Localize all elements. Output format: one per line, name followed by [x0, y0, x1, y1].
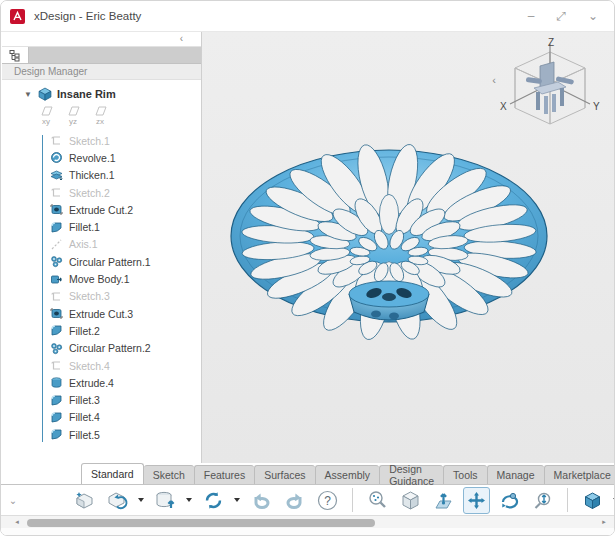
- insert-component-button[interactable]: [104, 487, 131, 514]
- app-window: xDesign - Eric Beatty – ⤢ ⌄ ‹ Design Man…: [0, 0, 615, 536]
- circular-pattern-icon: [50, 341, 64, 355]
- tab-design-guidance[interactable]: Design Guidance: [379, 465, 443, 484]
- view-orientation-icon: [582, 490, 603, 511]
- undo-button[interactable]: [248, 487, 275, 514]
- toolbar-separator: [352, 488, 353, 512]
- tree-item[interactable]: Thicken.1: [2, 167, 201, 184]
- tree-item-label: Move Body.1: [69, 273, 130, 285]
- tree-items: Sketch.1Revolve.1Thicken.1Sketch.2Extrud…: [2, 132, 201, 442]
- tree-item-label: Axis.1: [69, 238, 98, 250]
- panel-header: Design Manager: [2, 64, 201, 80]
- ribbon-tabs: StandardSketchFeaturesSurfacesAssemblyDe…: [1, 463, 614, 484]
- toolbar-overflow-icon[interactable]: ⌄: [3, 495, 23, 506]
- scroll-right-icon[interactable]: ▸: [596, 518, 612, 526]
- save-button[interactable]: [152, 487, 179, 514]
- panel-top-strip: ‹: [2, 32, 201, 47]
- tree-item[interactable]: Fillet.5: [2, 426, 201, 442]
- tree-item[interactable]: Fillet.2: [2, 322, 201, 339]
- normal-to-button[interactable]: [430, 487, 457, 514]
- tree-item[interactable]: Axis.1: [2, 236, 201, 253]
- plane-icon: [66, 105, 81, 117]
- tab-marketplace[interactable]: Marketplace: [544, 465, 615, 484]
- plane-label: yz: [69, 117, 77, 126]
- save-icon: [154, 489, 177, 512]
- new-design-icon: [73, 489, 96, 512]
- tab-manage[interactable]: Manage: [487, 465, 544, 484]
- scroll-left-icon[interactable]: ◂: [9, 518, 25, 526]
- tab-features[interactable]: Features: [194, 465, 254, 484]
- tab-surfaces[interactable]: Surfaces: [254, 465, 314, 484]
- tree-item[interactable]: Sketch.3: [2, 288, 201, 305]
- tree-item[interactable]: Sketch.1: [2, 132, 201, 149]
- dropdown-caret-icon[interactable]: [138, 498, 144, 502]
- bottom-bar: StandardSketchFeaturesSurfacesAssemblyDe…: [1, 463, 614, 536]
- orientation-viewcube[interactable]: Z X Y: [496, 38, 604, 134]
- rotate-button[interactable]: [496, 487, 523, 514]
- circular-pattern-icon: [50, 255, 64, 269]
- zoom-button[interactable]: [529, 487, 556, 514]
- tree-item[interactable]: Extrude.4: [2, 374, 201, 391]
- tree-item[interactable]: Extrude Cut.3: [2, 305, 201, 322]
- tab-tools[interactable]: Tools: [443, 465, 487, 484]
- view-orientation-button[interactable]: [579, 487, 606, 514]
- resize-icon[interactable]: ⤢: [556, 10, 566, 22]
- update-button[interactable]: [200, 487, 227, 514]
- reference-plane-zx[interactable]: zx: [92, 105, 108, 131]
- design-tree-icon: [9, 49, 22, 62]
- tree-root-item[interactable]: ▼ Insane Rim: [2, 84, 201, 104]
- axis-z-label: Z: [548, 38, 554, 48]
- plane-label: xy: [42, 117, 50, 126]
- expand-caret-icon[interactable]: ▼: [24, 90, 38, 99]
- rim-model[interactable]: [224, 144, 560, 344]
- fillet-icon: [50, 428, 64, 442]
- thicken-icon: [50, 168, 64, 182]
- dropdown-caret-icon[interactable]: [186, 498, 192, 502]
- tree-item[interactable]: Fillet.1: [2, 218, 201, 235]
- zoom-fit-icon: [366, 489, 389, 512]
- tree-item-label: Sketch.1: [69, 135, 110, 147]
- reference-plane-yz[interactable]: yz: [65, 105, 81, 131]
- tree-item[interactable]: Circular Pattern.1: [2, 253, 201, 270]
- revolve-icon: [50, 151, 64, 165]
- fillet-icon: [50, 410, 64, 424]
- rollback-line: [42, 135, 43, 442]
- redo-button[interactable]: [281, 487, 308, 514]
- tab-assembly[interactable]: Assembly: [315, 465, 380, 484]
- tree-item[interactable]: Fillet.3: [2, 391, 201, 408]
- tree-item[interactable]: Fillet.4: [2, 409, 201, 426]
- tree-item[interactable]: Sketch.2: [2, 184, 201, 201]
- axis-x-label: X: [500, 101, 507, 112]
- collapse-window-icon[interactable]: ⌄: [588, 10, 598, 22]
- tree-item[interactable]: Revolve.1: [2, 149, 201, 166]
- tab-standard[interactable]: Standard: [81, 463, 144, 484]
- tab-sketch[interactable]: Sketch: [144, 465, 194, 484]
- tree-item[interactable]: Sketch.4: [2, 357, 201, 374]
- scrollbar-thumb[interactable]: [27, 519, 375, 527]
- reference-plane-xy[interactable]: xy: [38, 105, 54, 131]
- horizontal-scrollbar[interactable]: ◂ ▸: [1, 515, 614, 528]
- viewport-3d[interactable]: ‹: [202, 32, 614, 463]
- help-button[interactable]: ?: [314, 487, 341, 514]
- status-strip: [1, 528, 614, 536]
- design-tree-tab[interactable]: [2, 47, 29, 63]
- zoom-fit-button[interactable]: [364, 487, 391, 514]
- tree-item-label: Extrude Cut.3: [69, 308, 133, 320]
- tree-item[interactable]: Extrude Cut.2: [2, 201, 201, 218]
- tree-item-label: Circular Pattern.2: [69, 342, 151, 354]
- tree-item[interactable]: Move Body.1: [2, 270, 201, 287]
- dropdown-caret-icon[interactable]: [234, 498, 240, 502]
- new-design-button[interactable]: [71, 487, 98, 514]
- isometric-view-icon: [399, 489, 422, 512]
- isometric-view-button[interactable]: [397, 487, 424, 514]
- pan-button[interactable]: [463, 487, 490, 514]
- normal-to-icon: [432, 489, 455, 512]
- xdesign-logo-icon: [10, 9, 25, 24]
- tree-item-label: Extrude Cut.2: [69, 204, 133, 216]
- toolbar-separator: [567, 488, 568, 512]
- help-icon: ?: [316, 489, 339, 512]
- part-icon: [38, 87, 53, 101]
- tree-item[interactable]: Circular Pattern.2: [2, 340, 201, 357]
- panel-collapse-icon[interactable]: ‹: [180, 33, 183, 44]
- minimize-button[interactable]: –: [528, 10, 535, 22]
- plane-icon: [39, 105, 54, 117]
